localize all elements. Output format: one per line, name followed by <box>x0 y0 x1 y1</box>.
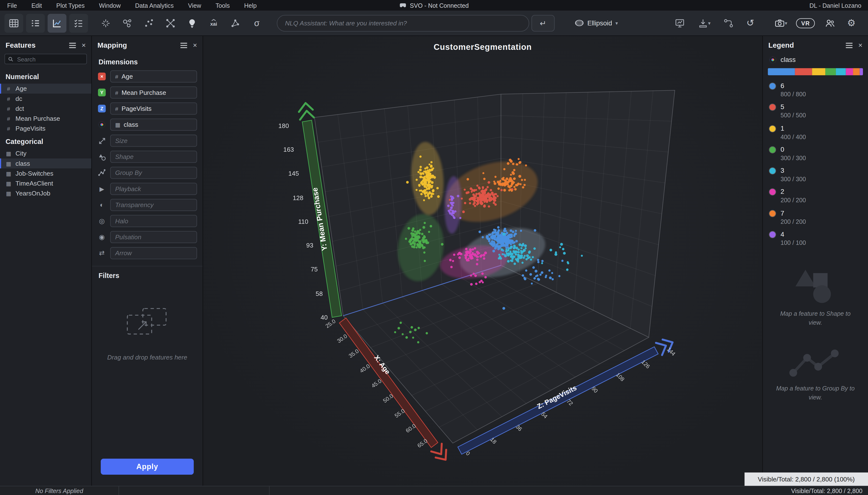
dimension-field-pulsation[interactable]: Pulsation <box>110 231 197 243</box>
legend-item-class-1[interactable]: 1400 / 400 <box>769 124 861 140</box>
mapping-menu-icon[interactable] <box>180 42 188 48</box>
feature-item-yearsonjob[interactable]: ▦YearsOnJob <box>0 188 91 198</box>
dimension-field-halo[interactable]: Halo <box>110 215 197 227</box>
dimension-field-arrow[interactable]: Arrow <box>110 247 197 259</box>
features-menu-icon[interactable] <box>69 42 77 48</box>
dimension-row-shape: Shape <box>98 151 197 163</box>
history-button[interactable]: ↺ <box>741 14 760 32</box>
class-distribution-bar <box>768 68 863 75</box>
dimension-field-shape[interactable]: Shape <box>110 151 197 163</box>
insights-button[interactable] <box>183 14 202 32</box>
categorical-type-icon: ▦ <box>5 190 12 196</box>
explainable-ai-button[interactable]: xai <box>204 14 223 32</box>
nlq-submit-button[interactable]: ↵ <box>531 15 555 32</box>
clustering-button[interactable] <box>118 14 137 32</box>
legend-item-class-4[interactable]: 4100 / 100 <box>769 231 861 247</box>
feature-item-timeasclient[interactable]: ▦TimeAsClient <box>0 178 91 188</box>
collaborate-button[interactable] <box>820 14 839 32</box>
features-close-icon[interactable]: × <box>82 41 86 49</box>
legend-item-class-2[interactable]: 2200 / 200 <box>769 188 861 204</box>
headset-icon <box>399 2 406 8</box>
feature-list-button[interactable] <box>26 14 45 32</box>
distribution-segment-7 <box>853 68 860 75</box>
menu-view[interactable]: View <box>181 2 208 8</box>
feature-item-dc[interactable]: #dc <box>0 93 91 104</box>
class-color-swatch <box>769 232 775 238</box>
dimension-field-groupby[interactable]: Group By <box>110 167 197 179</box>
3d-scatter-plot[interactable]: 4058759311012814516318025.030.035.040.04… <box>203 36 762 486</box>
geometry-dropdown[interactable]: Ellipsoid ▾ <box>570 17 622 29</box>
class-color-swatch <box>769 83 775 89</box>
dimension-row-axis-z: Z#PageVisits <box>98 103 197 115</box>
menu-window[interactable]: Window <box>92 2 128 8</box>
plot-area[interactable]: CustomerSegmentation 4058759311012814516… <box>203 36 762 486</box>
categorical-type-icon: ▦ <box>5 151 12 156</box>
nlq-assistant-input[interactable] <box>277 15 529 32</box>
svg-text:128: 128 <box>293 194 303 202</box>
class-count: 300 / 300 <box>780 154 806 162</box>
mapping-close-icon[interactable]: × <box>193 41 197 49</box>
feature-item-class[interactable]: ▦class <box>0 158 91 168</box>
menu-file[interactable]: File <box>0 2 24 8</box>
filters-dropzone[interactable]: Drag and drop features here <box>92 306 202 360</box>
features-search[interactable] <box>4 54 87 64</box>
groupby-placeholder-icon <box>788 348 843 380</box>
legend-item-class-3[interactable]: 3300 / 300 <box>769 167 861 183</box>
menu-help[interactable]: Help <box>237 2 264 8</box>
features-search-input[interactable] <box>16 55 83 63</box>
scatter-tool-button[interactable] <box>140 14 158 32</box>
presentation-icon <box>675 18 685 28</box>
workflow-button[interactable] <box>719 14 738 32</box>
apply-button[interactable]: Apply <box>101 459 194 475</box>
feature-label: dc <box>16 95 22 102</box>
svg-text:180: 180 <box>278 122 289 130</box>
feature-item-pagevisits[interactable]: #PageVisits <box>0 124 91 134</box>
connection-status-text: SVO - Not Connected <box>410 2 469 8</box>
present-board-button[interactable] <box>671 14 690 32</box>
categorical-section-label: Categorical <box>0 134 91 149</box>
export-download-button[interactable]: ▾ <box>692 14 716 32</box>
network-tool-button[interactable] <box>226 14 245 32</box>
dimension-field-color[interactable]: ▦class <box>110 119 197 131</box>
menu-data-analytics[interactable]: Data Analytics <box>128 2 181 8</box>
dimension-value: Mean Purchase <box>122 89 166 96</box>
feature-item-dct[interactable]: #dct <box>0 104 91 114</box>
class-color-swatch <box>769 104 775 110</box>
settings-button[interactable]: ⚙ <box>842 14 861 32</box>
user-account-label[interactable]: DL - Daniel Lozano <box>810 2 868 8</box>
statistics-button[interactable]: σ <box>247 14 266 32</box>
plot-view-button[interactable] <box>48 14 67 32</box>
data-prep-button[interactable] <box>96 14 115 32</box>
geometry-dropdown-label: Ellipsoid <box>587 19 612 27</box>
vr-mode-button[interactable]: VR <box>796 18 815 28</box>
dimension-field-transparency[interactable]: Transparency <box>110 199 197 211</box>
legend-item-class-6[interactable]: 6800 / 800 <box>769 82 861 98</box>
screenshot-button[interactable]: ▾ <box>768 14 793 32</box>
menu-tools[interactable]: Tools <box>208 2 237 8</box>
dimension-field-axis-y[interactable]: #Mean Purchase <box>110 86 197 99</box>
menu-edit[interactable]: Edit <box>24 2 49 8</box>
svg-text:40.0: 40.0 <box>358 363 371 374</box>
legend-item-class-7[interactable]: 7200 / 200 <box>769 209 861 225</box>
feature-label: dct <box>16 105 24 112</box>
data-table-button[interactable] <box>4 14 23 32</box>
dimension-field-axis-z[interactable]: #PageVisits <box>110 103 197 115</box>
y-axis-icon: Y <box>98 88 106 96</box>
dimension-field-playback[interactable]: Playback <box>110 183 197 195</box>
dimension-field-axis-x[interactable]: #Age <box>110 70 197 83</box>
legend-item-class-5[interactable]: 5500 / 500 <box>769 103 861 120</box>
legend-menu-icon[interactable] <box>846 42 853 48</box>
gear-icon: ⚙ <box>847 18 856 28</box>
plot-checklist-button[interactable] <box>69 14 88 32</box>
menu-plot-types[interactable]: Plot Types <box>49 2 92 8</box>
feature-item-city[interactable]: ▦City <box>0 149 91 158</box>
feature-item-age[interactable]: #Age <box>0 84 91 93</box>
legend-close-icon[interactable]: × <box>858 41 863 49</box>
feature-item-job-switches[interactable]: ▦Job-Switches <box>0 168 91 178</box>
distribution-segment-6 <box>768 68 795 75</box>
anomaly-detection-button[interactable] <box>161 14 180 32</box>
feature-item-mean purchase[interactable]: #Mean Purchase <box>0 114 91 123</box>
legend-item-class-0[interactable]: 0300 / 300 <box>769 146 861 162</box>
users-icon <box>825 18 835 28</box>
dimension-field-size[interactable]: Size <box>110 135 197 147</box>
